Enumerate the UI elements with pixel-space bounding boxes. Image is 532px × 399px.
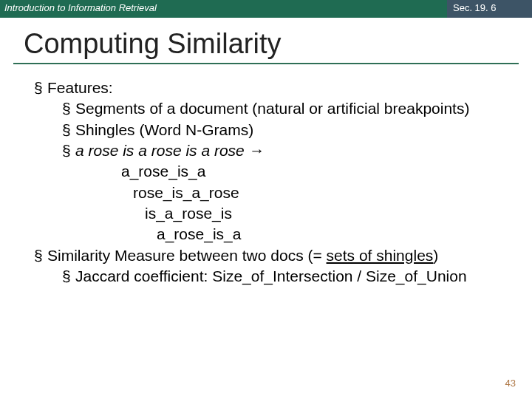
header-bar: Introduction to Information Retrieval Se… [0,0,532,18]
shingle-line: a_rose_is_a [121,161,510,182]
text: Jaccard coefficient: Size_of_Intersectio… [75,267,467,284]
shingle-list: a_rose_is_a rose_is_a_rose is_a_rose_is … [34,161,510,245]
bullet-jaccard: §Jaccard coefficient: Size_of_Intersecti… [34,266,510,287]
section-label: Sec. 19. 6 [447,0,532,18]
course-title: Introduction to Information Retrieval [0,0,447,18]
bullet-glyph: § [62,140,75,161]
page-number: 43 [505,378,516,389]
shingle-line: a_rose_is_a [121,224,510,245]
text-pre: Similarity Measure between two docs (= [47,247,327,264]
bullet-glyph: § [62,266,75,287]
bullet-similarity: §Similarity Measure between two docs (= … [34,245,510,266]
page-title: Computing Similarity [0,18,532,63]
shingle-line: rose_is_a_rose [121,183,510,203]
text: Shingles (Word N-Grams) [75,121,253,138]
text-underline: sets of shingles [327,247,434,264]
bullet-rose-example: §a rose is a rose is a rose → [34,140,510,161]
text-post: ) [433,247,438,264]
bullet-glyph: § [62,98,75,119]
slide-content: §Features: §Segments of a document (natu… [0,64,532,287]
bullet-glyph: § [62,120,75,140]
text: a rose is a rose is a rose → [75,142,265,159]
bullet-glyph: § [34,78,47,98]
shingle-line: is_a_rose_is [121,203,510,224]
bullet-segments: §Segments of a document (natural or arti… [34,98,510,119]
bullet-glyph: § [34,245,47,266]
text: Segments of a document (natural or artif… [75,100,469,117]
bullet-shingles: §Shingles (Word N-Grams) [34,120,510,140]
text: Features: [47,79,113,96]
bullet-features: §Features: [34,78,510,98]
